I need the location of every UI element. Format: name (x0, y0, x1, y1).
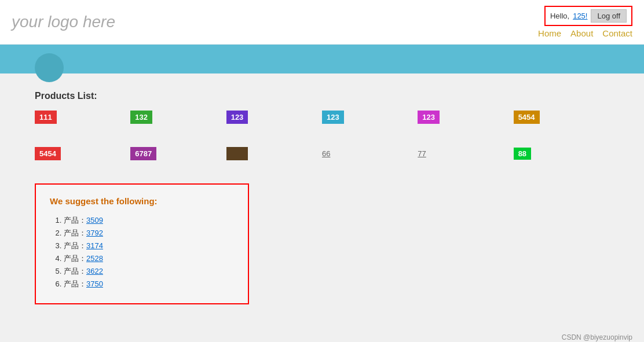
product-item: 66 (322, 149, 418, 158)
product-item: 132 (130, 111, 226, 124)
main-content: Products List: 111 132 123 123 123 5454 … (0, 73, 644, 316)
product-123b[interactable]: 123 (322, 111, 344, 124)
logoff-button[interactable]: Log off (591, 9, 627, 23)
product-item: 123 (226, 111, 322, 124)
product-77[interactable]: 77 (418, 149, 426, 158)
banner-circle (35, 53, 64, 82)
product-item: 88 (514, 148, 609, 160)
logo: your logo here (12, 13, 115, 31)
product-brown[interactable] (226, 147, 248, 160)
item-num-1[interactable]: 3792 (86, 229, 103, 237)
banner (0, 45, 644, 73)
nav-about[interactable]: About (570, 28, 593, 38)
list-item: 产品：3622 (64, 266, 234, 277)
suggestion-list: 产品：3509 产品：3792 产品：3174 产品：2528 产品：3622 … (50, 215, 234, 289)
product-123c[interactable]: 123 (418, 111, 440, 124)
hello-text: Hello, (550, 12, 569, 20)
item-prefix: 产品： (64, 216, 86, 225)
product-132[interactable]: 132 (130, 111, 152, 124)
product-6787[interactable]: 6787 (130, 147, 156, 160)
product-66[interactable]: 66 (322, 149, 330, 158)
user-area: Hello, 125! Log off (544, 6, 632, 26)
item-prefix: 产品： (64, 254, 86, 263)
item-prefix: 产品： (64, 280, 86, 288)
nav-home[interactable]: Home (538, 28, 561, 38)
item-prefix: 产品： (64, 241, 86, 250)
product-item: 5454 (35, 147, 130, 160)
product-item: 5454 (514, 111, 609, 124)
username-link[interactable]: 125! (573, 12, 587, 20)
suggestion-title: We suggest the following: (50, 196, 234, 206)
header: your logo here Hello, 125! Log off Home … (0, 0, 644, 45)
nav-contact[interactable]: Contact (602, 28, 632, 38)
item-num-2[interactable]: 3174 (86, 241, 103, 250)
item-num-4[interactable]: 3622 (86, 267, 103, 275)
product-item: 111 (35, 111, 130, 124)
products-label: Products List: (35, 91, 609, 101)
item-prefix: 产品： (64, 229, 86, 237)
product-5454a[interactable]: 5454 (514, 111, 540, 124)
product-item (226, 147, 322, 160)
suggestion-box: We suggest the following: 产品：3509 产品：379… (35, 183, 249, 304)
product-item: 123 (418, 111, 513, 124)
attribution: CSDN @biyezuopinvip (0, 328, 644, 342)
item-num-3[interactable]: 2528 (86, 254, 103, 263)
list-item: 产品：3792 (64, 228, 234, 238)
item-num-5[interactable]: 3750 (86, 280, 103, 288)
product-88[interactable]: 88 (514, 148, 531, 160)
product-row-1: 111 132 123 123 123 5454 (35, 111, 609, 124)
list-item: 产品：2528 (64, 253, 234, 264)
product-5454b[interactable]: 5454 (35, 147, 61, 160)
item-prefix: 产品： (64, 267, 86, 275)
product-123a[interactable]: 123 (226, 111, 248, 124)
product-item: 77 (418, 149, 513, 158)
nav-links: Home About Contact (538, 28, 632, 38)
product-row-2: 5454 6787 66 77 88 (35, 147, 609, 160)
header-right: Hello, 125! Log off Home About Contact (538, 6, 632, 38)
product-item: 123 (322, 111, 418, 124)
item-num-0[interactable]: 3509 (86, 216, 103, 225)
product-111[interactable]: 111 (35, 111, 57, 124)
list-item: 产品：3174 (64, 241, 234, 251)
list-item: 产品：3509 (64, 215, 234, 226)
product-item: 6787 (130, 147, 226, 160)
list-item: 产品：3750 (64, 279, 234, 289)
